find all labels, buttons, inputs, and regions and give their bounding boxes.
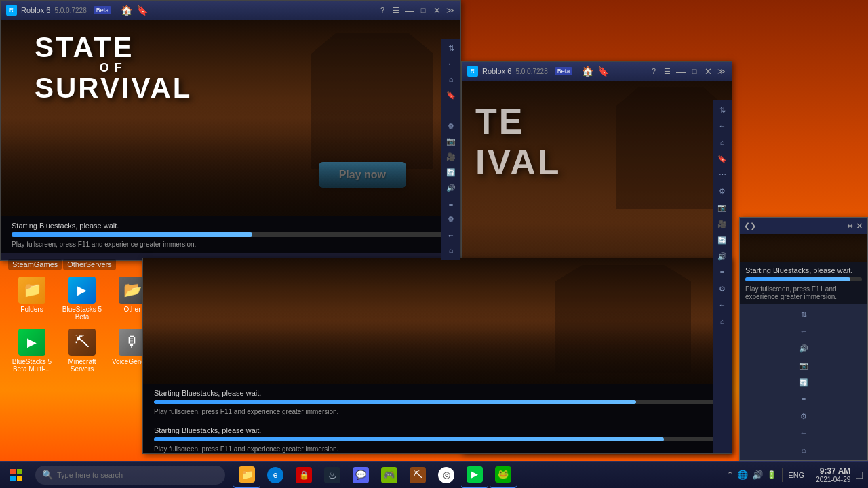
loading-section-3b: Starting Bluestacks, please wait. Play f… xyxy=(143,421,732,453)
tray-divider xyxy=(782,468,783,482)
taskbar-clock[interactable]: 9:37 AM 2021-04-29 xyxy=(816,466,850,483)
sb2-gear-icon[interactable]: ⚙ xyxy=(715,184,730,199)
taskbar-edge[interactable]: e xyxy=(262,462,289,488)
taskbar-minecraft[interactable]: ⛏ xyxy=(404,462,431,488)
panel-sb-rotate-icon[interactable]: 🔄 xyxy=(796,375,811,390)
taskbar-steam[interactable]: ♨ xyxy=(319,462,346,488)
sb2-arrow-back2-icon[interactable]: ← xyxy=(715,298,730,312)
tray-network-icon[interactable]: 🌐 xyxy=(737,470,748,480)
search-input[interactable] xyxy=(57,471,193,479)
sb2-dots-icon[interactable]: ⋯ xyxy=(715,167,730,182)
help-button-2[interactable]: ? xyxy=(649,66,658,76)
taskbar-security[interactable]: 🔒 xyxy=(290,462,317,488)
steam-games-label[interactable]: SteamGames xyxy=(8,259,62,270)
panel-sb-arrows-icon[interactable]: ⇅ xyxy=(796,307,811,322)
system-tray: ⌃ 🌐 🔊 🔋 xyxy=(727,470,776,480)
bluestacks5-multi-label-1: BlueStacks 5 xyxy=(12,358,52,365)
loading-track-3a xyxy=(154,400,721,404)
close-button[interactable]: ✕ xyxy=(432,5,441,15)
sb2-volume-icon[interactable]: 🔊 xyxy=(715,249,730,264)
nav-home-icon-2[interactable]: 🏠 xyxy=(582,66,593,77)
sb-arrow-back2-icon[interactable]: ← xyxy=(443,228,458,242)
sb-back-icon[interactable]: ← xyxy=(443,57,458,71)
svg-rect-0 xyxy=(10,469,16,474)
sb-camera-icon[interactable]: 📷 xyxy=(443,135,458,149)
sb2-video-icon[interactable]: 🎥 xyxy=(715,216,730,231)
panel-close-button[interactable]: ✕ xyxy=(856,221,863,231)
close-button-2[interactable]: ✕ xyxy=(703,66,713,76)
nav-bookmark-icon[interactable]: 🔖 xyxy=(136,5,148,16)
taskbar-file-explorer[interactable]: 📁 xyxy=(233,462,260,488)
panel-content: Starting Bluestacks, please wait. Play f… xyxy=(740,234,867,460)
sb2-home-icon[interactable]: ⌂ xyxy=(715,135,730,150)
taskbar-search-bar[interactable]: 🔍 xyxy=(35,466,225,485)
clock-time: 9:37 AM xyxy=(816,466,850,476)
sb-video-icon[interactable]: 🎥 xyxy=(443,150,458,164)
help-button[interactable]: ? xyxy=(378,5,387,15)
sb-rotate-icon[interactable]: 🔄 xyxy=(443,165,458,180)
language-indicator[interactable]: ENG xyxy=(788,471,804,479)
sb-bookmark-icon[interactable]: 🔖 xyxy=(443,88,458,102)
expand-button-2[interactable]: ≫ xyxy=(717,66,726,76)
notification-icon[interactable]: □ xyxy=(856,469,863,481)
loading-fill-3a xyxy=(154,400,636,404)
sb-settings2-icon[interactable]: ⚙ xyxy=(443,212,458,226)
expand-button[interactable]: ≫ xyxy=(446,5,455,15)
sb-home2-icon[interactable]: ⌂ xyxy=(443,243,458,258)
menu-button-2[interactable]: ☰ xyxy=(663,66,672,76)
taskbar-discord[interactable]: 💬 xyxy=(347,462,374,488)
crowd-overlay-3 xyxy=(143,329,732,384)
loading-fill-1 xyxy=(12,232,252,237)
panel-sb-home-icon[interactable]: ⌂ xyxy=(796,443,811,458)
sb2-back-icon[interactable]: ← xyxy=(715,119,730,134)
sb2-bookmark-icon[interactable]: 🔖 xyxy=(715,151,730,166)
panel-sb-volume-icon[interactable]: 🔊 xyxy=(796,341,811,356)
panel-expand-icon[interactable]: ❮❯ xyxy=(744,222,756,230)
bluestacks5-multi-icon[interactable]: ▶ BlueStacks 5 Beta Multi-... xyxy=(8,326,56,375)
bluestacks5-multi-label-2: Beta Multi-... xyxy=(13,365,51,373)
minimize-button[interactable]: — xyxy=(405,5,414,15)
panel-sb-back-icon[interactable]: ← xyxy=(796,324,811,339)
sb-home-icon[interactable]: ⌂ xyxy=(443,73,458,87)
nav-bookmark-icon-2[interactable]: 🔖 xyxy=(597,66,609,77)
sb2-layers-icon[interactable]: ≡ xyxy=(715,265,730,280)
panel-sb-arrow-icon[interactable]: ← xyxy=(796,426,811,441)
loading-section-3a: Starting Bluestacks, please wait. Play f… xyxy=(143,384,732,421)
desktop-icons-grid: 📁 Folders ▶ BlueStacks 5 Beta 📂 Other ▶ … xyxy=(5,271,144,378)
other-servers-label[interactable]: OtherServers xyxy=(63,259,115,270)
sb2-settings2-icon[interactable]: ⚙ xyxy=(715,281,730,296)
sb-arrows-icon[interactable]: ⇅ xyxy=(443,41,458,56)
panel-sb-camera-icon[interactable]: 📷 xyxy=(796,358,811,373)
minimize-button-2[interactable]: — xyxy=(676,66,686,76)
window-1-badge: Beta xyxy=(94,6,112,14)
sb-layers-icon[interactable]: ≡ xyxy=(443,197,458,211)
maximize-button-2[interactable]: □ xyxy=(690,66,699,76)
nav-home-icon[interactable]: 🏠 xyxy=(121,5,132,16)
panel-sb-layers-icon[interactable]: ≡ xyxy=(796,392,811,407)
panel-sb-gear-icon[interactable]: ⚙ xyxy=(796,409,811,424)
sb-dots-icon[interactable]: ⋯ xyxy=(443,104,458,118)
sb2-home2-icon[interactable]: ⌂ xyxy=(715,314,730,329)
tray-caret-icon[interactable]: ⌃ xyxy=(727,470,733,479)
taskbar-other-app[interactable]: 🐸 xyxy=(490,462,517,488)
panel-arrows-icon[interactable]: ⇔ xyxy=(847,222,853,230)
minecraft-icon[interactable]: ⛏ Minecraft Servers xyxy=(58,326,106,375)
folders-icon[interactable]: 📁 Folders xyxy=(8,274,56,323)
maximize-button[interactable]: □ xyxy=(418,5,428,15)
bluestacks5-beta-icon[interactable]: ▶ BlueStacks 5 Beta xyxy=(58,274,106,323)
taskbar-bluestacks[interactable]: ▶ xyxy=(461,462,488,488)
sb2-arrows-icon[interactable]: ⇅ xyxy=(715,102,730,117)
taskbar: 🔍 📁 e 🔒 ♨ 💬 xyxy=(0,461,868,488)
roblox-icon: R xyxy=(6,5,17,16)
menu-button[interactable]: ☰ xyxy=(391,5,401,15)
loading-fill-3b xyxy=(154,437,664,441)
taskbar-game[interactable]: 🎮 xyxy=(376,462,403,488)
sb2-rotate-icon[interactable]: 🔄 xyxy=(715,232,730,247)
tray-volume-icon[interactable]: 🔊 xyxy=(752,470,763,480)
sb-gear-icon[interactable]: ⚙ xyxy=(443,119,458,134)
taskbar-chrome[interactable]: ◎ xyxy=(433,462,460,488)
sb-volume-icon[interactable]: 🔊 xyxy=(443,181,458,195)
start-button[interactable] xyxy=(0,462,33,489)
sb2-camera-icon[interactable]: 📷 xyxy=(715,200,730,215)
tray-battery-icon[interactable]: 🔋 xyxy=(767,470,776,479)
